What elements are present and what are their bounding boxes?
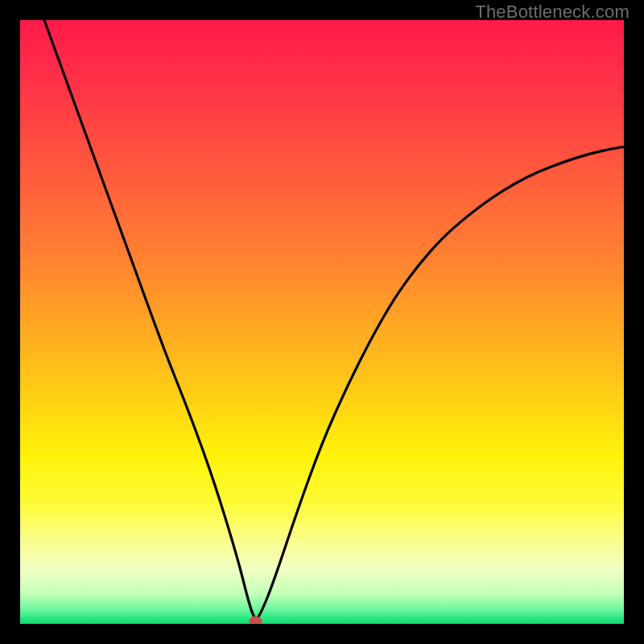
bottleneck-chart [20, 20, 624, 624]
watermark-label: TheBottleneck.com [475, 2, 630, 23]
gradient-background [20, 20, 624, 624]
chart-frame: TheBottleneck.com [0, 0, 644, 644]
plot-area [20, 20, 624, 624]
